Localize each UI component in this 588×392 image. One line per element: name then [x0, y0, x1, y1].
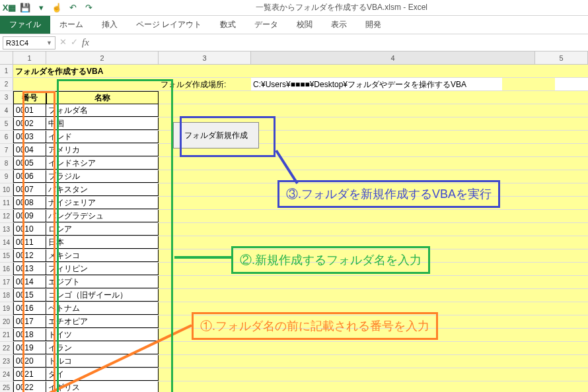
cell[interactable] — [159, 381, 251, 392]
cell[interactable] — [535, 117, 588, 130]
cell[interactable] — [159, 263, 251, 275]
create-folder-button[interactable]: フォルダ新規作成 — [173, 122, 259, 148]
cell[interactable] — [159, 236, 251, 249]
cell[interactable]: 0007 — [13, 183, 46, 196]
cell[interactable] — [251, 223, 535, 236]
row-header[interactable]: 12 — [0, 210, 13, 222]
cell[interactable]: C:¥Users¥■■■■¥Desktop¥フォルダやデータを操作するVBA — [251, 78, 502, 90]
row-header[interactable]: 2 — [0, 78, 13, 90]
cell[interactable] — [251, 170, 535, 183]
cell[interactable]: 0021 — [13, 368, 46, 381]
cell[interactable]: イギリス — [46, 381, 159, 392]
cell[interactable]: イラン — [46, 342, 159, 354]
cell[interactable] — [159, 329, 251, 341]
cell[interactable] — [159, 223, 251, 236]
cell[interactable] — [535, 315, 588, 328]
cell[interactable] — [251, 249, 535, 262]
cell[interactable]: フォルダを作成するVBA — [13, 65, 46, 77]
cell[interactable]: 0009 — [13, 210, 46, 222]
row-header[interactable]: 9 — [0, 170, 13, 183]
cell[interactable]: 日本 — [46, 236, 159, 249]
cell[interactable] — [159, 342, 251, 354]
cell[interactable] — [251, 104, 535, 117]
row-header[interactable]: 25 — [0, 381, 13, 392]
cell[interactable] — [251, 197, 535, 209]
cell[interactable]: バングラデシュ — [46, 210, 159, 222]
row-header[interactable]: 16 — [0, 263, 13, 275]
cell[interactable]: フィリピン — [46, 263, 159, 275]
cell[interactable]: 0010 — [13, 223, 46, 236]
cell[interactable] — [251, 263, 535, 275]
cell[interactable] — [159, 170, 251, 183]
tab-file[interactable]: ファイル — [0, 16, 50, 34]
col-header-1[interactable]: 1 — [13, 51, 46, 64]
enter-icon[interactable]: ✓ — [71, 37, 78, 48]
cell[interactable] — [535, 131, 588, 143]
cell[interactable] — [251, 117, 535, 130]
cell[interactable] — [535, 157, 588, 170]
cell[interactable] — [159, 289, 251, 302]
cell[interactable]: 0005 — [13, 157, 46, 170]
cell[interactable] — [535, 276, 588, 288]
row-header[interactable]: 24 — [0, 368, 13, 381]
cell[interactable] — [251, 183, 535, 196]
cell[interactable] — [159, 91, 251, 104]
cell[interactable] — [46, 78, 159, 90]
row-header[interactable]: 18 — [0, 289, 13, 302]
cell[interactable]: トルコ — [46, 355, 159, 368]
row-header[interactable]: 1 — [0, 65, 13, 77]
cell[interactable] — [159, 302, 251, 315]
cell[interactable]: タイ — [46, 368, 159, 381]
cell[interactable] — [159, 65, 251, 77]
cell[interactable] — [251, 355, 535, 368]
cell[interactable] — [159, 368, 251, 381]
cell[interactable] — [251, 236, 535, 249]
cell[interactable] — [251, 289, 535, 302]
row-header[interactable]: 21 — [0, 329, 13, 341]
cell[interactable] — [502, 78, 555, 90]
cell[interactable] — [535, 289, 588, 302]
cell[interactable]: 0015 — [13, 289, 46, 302]
cell[interactable]: エチオピア — [46, 315, 159, 328]
cell[interactable] — [535, 104, 588, 117]
cell[interactable]: 名称 — [46, 91, 159, 104]
cell[interactable]: ロシア — [46, 223, 159, 236]
cell[interactable] — [159, 315, 251, 328]
cell[interactable]: 0014 — [13, 276, 46, 288]
row-header[interactable]: 15 — [0, 249, 13, 262]
row-header[interactable]: 5 — [0, 117, 13, 130]
cell[interactable] — [535, 223, 588, 236]
tab-insert[interactable]: 挿入 — [92, 16, 127, 34]
cell[interactable]: コンゴ（旧ザイール） — [46, 289, 159, 302]
cell[interactable]: 0002 — [13, 117, 46, 130]
cell[interactable] — [535, 263, 588, 275]
touch-mode-icon[interactable]: ☝ — [50, 1, 63, 15]
tab-home[interactable]: ホーム — [50, 16, 92, 34]
cell[interactable] — [159, 183, 251, 196]
tab-page-layout[interactable]: ページ レイアウト — [127, 16, 211, 34]
cell[interactable]: 0020 — [13, 355, 46, 368]
cell[interactable]: エジプト — [46, 276, 159, 288]
cell[interactable] — [159, 197, 251, 209]
cell[interactable]: 0011 — [13, 236, 46, 249]
cell[interactable] — [535, 368, 588, 381]
cell[interactable] — [535, 236, 588, 249]
row-header[interactable]: 6 — [0, 131, 13, 143]
cell[interactable] — [535, 91, 588, 104]
redo-icon[interactable]: ↷ — [82, 1, 95, 15]
col-header-5[interactable]: 5 — [535, 51, 588, 64]
name-box[interactable]: R31C4 ▼ — [3, 36, 55, 49]
cell[interactable] — [535, 355, 588, 368]
row-header[interactable]: 4 — [0, 104, 13, 117]
cell[interactable]: パキスタン — [46, 183, 159, 196]
col-header-3[interactable]: 3 — [159, 51, 251, 64]
cell[interactable]: 0018 — [13, 329, 46, 341]
cell[interactable] — [535, 329, 588, 341]
tab-data[interactable]: データ — [245, 16, 287, 34]
cell[interactable]: 0001 — [13, 104, 46, 117]
cell[interactable] — [535, 197, 588, 209]
cell[interactable]: 0008 — [13, 197, 46, 209]
cell[interactable]: 0012 — [13, 249, 46, 262]
cell[interactable] — [251, 302, 535, 315]
row-header[interactable]: 14 — [0, 236, 13, 249]
